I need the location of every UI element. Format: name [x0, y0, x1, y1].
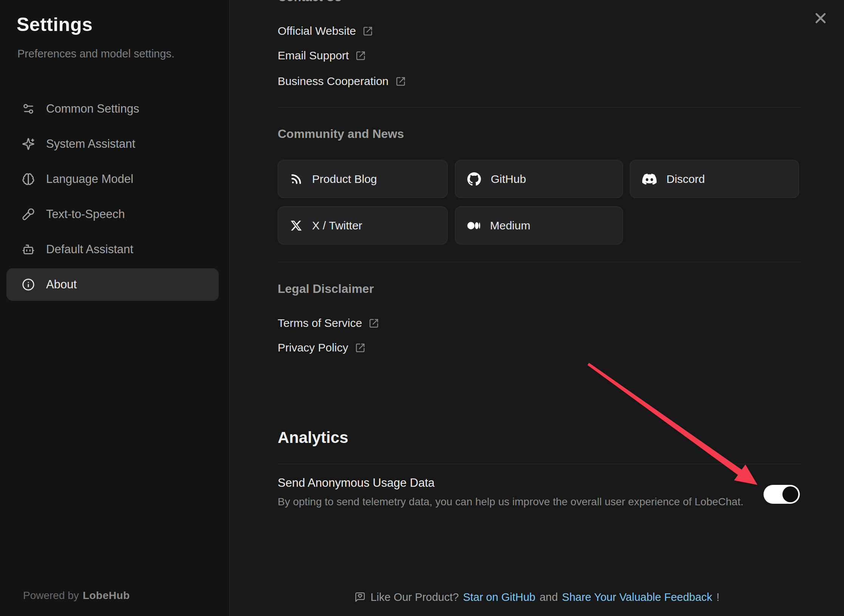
sidebar-item-label: System Assistant — [46, 137, 135, 151]
sidebar-item-label: Default Assistant — [46, 243, 133, 256]
sidebar: Settings Preferences and model settings.… — [0, 0, 230, 616]
usage-data-toggle[interactable] — [764, 485, 800, 504]
sidebar-item-label: About — [46, 278, 77, 291]
discord-button[interactable]: Discord — [630, 160, 799, 198]
sidebar-item-common-settings[interactable]: Common Settings — [6, 93, 219, 125]
close-icon — [812, 21, 829, 28]
github-icon — [467, 172, 481, 186]
medium-button[interactable]: Medium — [455, 206, 623, 245]
external-link-icon — [363, 26, 373, 36]
sidebar-item-label: Common Settings — [46, 102, 139, 116]
rss-icon — [290, 173, 302, 185]
sidebar-item-text-to-speech[interactable]: Text-to-Speech — [6, 198, 219, 231]
card-label: Discord — [666, 173, 705, 186]
sidebar-item-system-assistant[interactable]: System Assistant — [6, 128, 219, 160]
page-subtitle: Preferences and model settings. — [17, 48, 175, 60]
x-logo-icon — [290, 220, 302, 232]
sidebar-item-about[interactable]: About — [6, 268, 219, 301]
close-button[interactable] — [812, 10, 829, 26]
brain-icon — [22, 173, 35, 186]
external-link-icon — [355, 343, 365, 353]
page-title: Settings — [17, 14, 93, 36]
card-label: GitHub — [491, 173, 526, 186]
settings-modal: Settings Preferences and model settings.… — [0, 0, 844, 616]
main-footer: Like Our Product? Star on GitHub and Sha… — [230, 589, 844, 605]
footer-text: and — [539, 591, 558, 604]
link-label: Business Cooperation — [278, 75, 389, 88]
official-website-link[interactable]: Official Website — [278, 23, 373, 39]
toggle-knob — [782, 486, 798, 502]
divider — [278, 262, 801, 262]
x-twitter-button[interactable]: X / Twitter — [278, 206, 448, 245]
external-link-icon — [369, 318, 379, 328]
share-feedback-link[interactable]: Share Your Valuable Feedback — [562, 591, 713, 604]
settings-nav: Common Settings System Assistant Languag… — [6, 93, 219, 303]
legal-heading: Legal Disclaimer — [278, 282, 374, 296]
powered-by: Powered byLobeHub — [23, 590, 130, 602]
microphone-icon — [22, 208, 35, 221]
star-on-github-link[interactable]: Star on GitHub — [463, 591, 535, 604]
usage-data-description: By opting to send telemetry data, you ca… — [278, 496, 744, 508]
divider — [278, 107, 801, 108]
external-link-icon — [356, 51, 366, 61]
powered-by-text: Powered by — [23, 590, 79, 601]
analytics-heading: Analytics — [278, 429, 348, 447]
sliders-icon — [22, 102, 35, 115]
usage-data-label: Send Anonymous Usage Data — [278, 476, 434, 490]
card-label: Medium — [490, 219, 530, 232]
link-label: Email Support — [278, 49, 349, 62]
sidebar-item-label: Language Model — [46, 172, 133, 186]
link-label: Terms of Service — [278, 317, 362, 330]
discord-icon — [642, 172, 657, 186]
contact-us-heading: Contact Us — [278, 0, 342, 4]
external-link-icon — [396, 76, 406, 87]
product-blog-button[interactable]: Product Blog — [278, 160, 448, 198]
sidebar-item-language-model[interactable]: Language Model — [6, 163, 219, 195]
robot-icon — [22, 243, 35, 256]
link-label: Official Website — [278, 25, 356, 37]
community-heading: Community and News — [278, 127, 404, 141]
about-panel: Contact Us Official Website Email Suppor… — [230, 0, 844, 616]
email-support-link[interactable]: Email Support — [278, 48, 366, 63]
link-label: Privacy Policy — [278, 341, 348, 354]
sparkles-icon — [22, 138, 35, 150]
sidebar-item-label: Text-to-Speech — [46, 207, 125, 221]
privacy-policy-link[interactable]: Privacy Policy — [278, 340, 365, 355]
github-button[interactable]: GitHub — [455, 160, 623, 198]
card-label: X / Twitter — [312, 219, 362, 232]
terms-of-service-link[interactable]: Terms of Service — [278, 316, 379, 331]
business-cooperation-link[interactable]: Business Cooperation — [278, 74, 406, 89]
divider — [278, 464, 801, 464]
medium-icon — [467, 219, 480, 232]
info-icon — [22, 278, 35, 291]
lobehub-brand-link[interactable]: LobeHub — [83, 590, 130, 601]
message-heart-icon — [354, 591, 366, 603]
sidebar-item-default-assistant[interactable]: Default Assistant — [6, 233, 219, 266]
footer-text: Like Our Product? — [371, 591, 459, 604]
footer-text: ! — [716, 591, 719, 604]
card-label: Product Blog — [312, 173, 377, 186]
